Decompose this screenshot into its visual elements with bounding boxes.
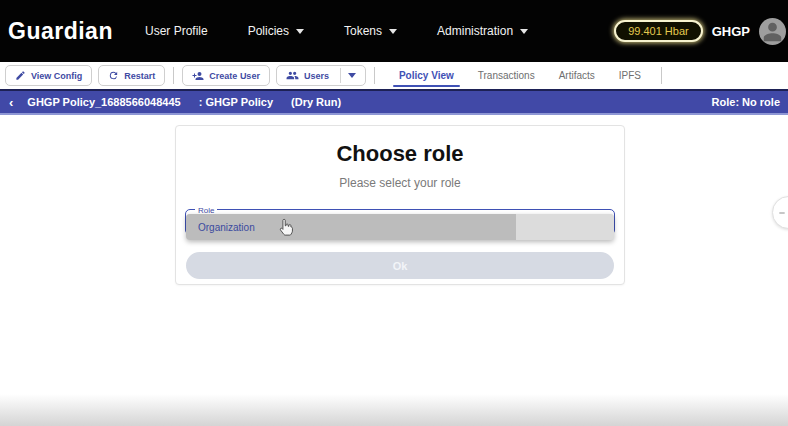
pencil-icon [15,70,26,81]
chevron-down-icon [389,29,397,34]
main-nav: User Profile Policies Tokens Administrat… [145,24,528,38]
create-user-label: Create User [209,71,260,81]
policy-header-bar: ‹ GHGP Policy_1688566048445 : GHGP Polic… [0,89,788,115]
choose-role-card: Choose role Please select your role Role… [175,125,625,285]
restart-label: Restart [124,71,155,81]
dialog-subtitle: Please select your role [176,176,624,190]
policy-id: GHGP Policy_1688566048445 [27,96,180,108]
policy-mode-badge: (Dry Run) [291,96,341,108]
minus-icon [778,209,786,217]
account-name: GHGP [712,24,750,39]
role-status: Role: No role [712,96,780,108]
view-config-button[interactable]: View Config [5,65,92,86]
user-avatar-icon[interactable] [759,18,786,45]
role-dropdown-panel: Organization [186,214,614,240]
nav-policies[interactable]: Policies [248,24,304,38]
view-config-label: View Config [31,71,82,81]
policy-toolbar: View Config Restart Create User Users [0,62,788,89]
nav-user-profile[interactable]: User Profile [145,24,208,38]
bottom-gradient-bar [0,394,788,426]
guardian-app: Guardian User Profile Policies Tokens Ad… [0,0,788,426]
toolbar-divider [661,67,662,84]
tab-ipfs[interactable]: IPFS [607,62,653,89]
ok-button[interactable]: Ok [186,252,614,279]
nav-user-profile-label: User Profile [145,24,208,38]
users-label: Users [304,71,329,81]
tab-ipfs-label: IPFS [619,70,641,81]
restart-button[interactable]: Restart [98,65,165,86]
toolbar-divider [374,67,375,84]
role-select-label: Role [195,207,217,214]
chevron-down-icon [520,29,528,34]
role-select-wrap: Role Organization [185,206,615,234]
nav-policies-label: Policies [248,24,289,38]
view-tabs: Policy View Transactions Artifacts IPFS [387,62,653,89]
guardian-logo: Guardian [8,18,113,45]
person-add-icon [192,70,204,82]
hbar-balance-badge: 99.401 Hbar [614,20,703,42]
tab-transactions-label: Transactions [478,70,535,81]
tab-artifacts-label: Artifacts [559,70,595,81]
policy-name: : GHGP Policy [199,96,273,108]
tab-transactions[interactable]: Transactions [466,62,547,89]
nav-administration-label: Administration [437,24,513,38]
users-caret-section[interactable] [340,68,356,83]
role-option-organization[interactable]: Organization [186,214,614,240]
chevron-down-icon [348,73,356,78]
users-dropdown-button[interactable]: Users [276,65,366,86]
create-user-button[interactable]: Create User [182,65,270,86]
dialog-title: Choose role [176,141,624,167]
nav-tokens-label: Tokens [344,24,382,38]
restart-icon [108,70,119,81]
tab-artifacts[interactable]: Artifacts [547,62,607,89]
top-header: Guardian User Profile Policies Tokens Ad… [0,0,788,62]
nav-tokens[interactable]: Tokens [344,24,397,38]
nav-administration[interactable]: Administration [437,24,528,38]
tab-policy-view-label: Policy View [399,70,454,81]
tab-policy-view[interactable]: Policy View [387,62,466,89]
chevron-down-icon [296,29,304,34]
back-chevron-icon[interactable]: ‹ [9,95,13,110]
users-icon [286,69,299,82]
toolbar-divider [173,67,174,84]
edge-collapse-button[interactable] [772,196,788,229]
header-right: 99.401 Hbar GHGP [614,18,786,45]
